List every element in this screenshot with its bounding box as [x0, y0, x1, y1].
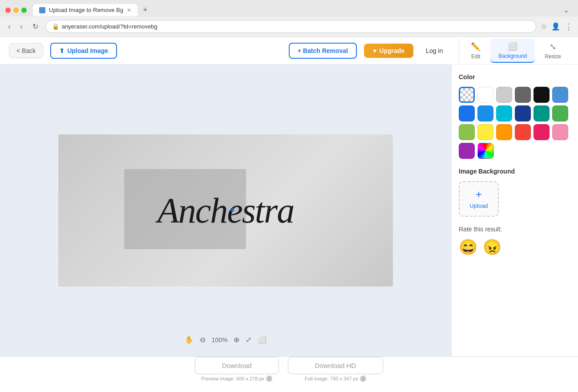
background-icon: ⬜ [508, 41, 517, 51]
new-tab-button[interactable]: + [139, 4, 151, 16]
tab-background[interactable]: ⬜ Background [490, 39, 535, 63]
color-swatch-black[interactable] [534, 87, 550, 103]
download-standard: Download Preview image: 600 x 278 px i [195, 357, 279, 382]
info-hd-icon: i [360, 376, 366, 382]
main-layout: Anchestra ✦ ✋ ⊖ 100% ⊕ ⤢ ⬜ Color [0, 65, 578, 356]
download-hd-button[interactable]: Download HD [288, 357, 384, 374]
address-bar: ‹ › ↻ 🔒 anyeraser.com/upload/?td=removeb… [0, 16, 578, 36]
color-swatch-light-gray[interactable] [496, 87, 512, 103]
color-swatch-orange[interactable] [496, 124, 512, 140]
tab-resize-label: Resize [545, 53, 561, 60]
fit-screen-button[interactable]: ⤢ [246, 335, 251, 344]
download-section: Download Preview image: 600 x 278 px i D… [9, 357, 569, 382]
back-button[interactable]: < Back [9, 43, 43, 58]
tab-title: Upload Image to Remove Bg [49, 7, 123, 13]
reload-button[interactable]: ↻ [30, 20, 41, 32]
tab-edit[interactable]: ✏️ Edit [463, 39, 489, 62]
bottom-bar: Download Preview image: 600 x 278 px i D… [0, 356, 578, 382]
browser-chrome: Upload Image to Remove Bg ✕ + ⌄ ‹ › ↻ 🔒 … [0, 0, 578, 37]
emoji-row: 😄 😠 [459, 238, 571, 256]
color-section-title: Color [459, 73, 571, 81]
color-swatch-blue-light[interactable] [552, 87, 568, 103]
image-background: Anchestra ✦ [58, 134, 393, 287]
right-panel: Color Image Background [451, 65, 578, 356]
upload-bg-plus-icon: + [476, 189, 482, 200]
close-dot[interactable] [5, 8, 11, 13]
browser-menu-button[interactable]: ⋮ [565, 22, 573, 32]
download-hd: Download HD Full image: 750 x 347 px i [288, 357, 384, 382]
info-icon: i [266, 376, 272, 382]
zoom-level: 100% [212, 336, 228, 344]
tab-favicon [39, 7, 45, 13]
profile-button[interactable]: 👤 [551, 22, 560, 31]
image-container[interactable]: Anchestra ✦ [58, 134, 393, 287]
tab-background-label: Background [498, 53, 527, 59]
rate-title: Rate this result: [459, 226, 571, 233]
edit-icon: ✏️ [471, 42, 481, 52]
heart-icon: ♥ [373, 47, 376, 54]
color-swatch-white[interactable] [477, 87, 493, 103]
color-swatch-blue[interactable] [459, 105, 475, 121]
tab-edit-label: Edit [471, 53, 481, 60]
color-swatch-green[interactable] [552, 105, 568, 121]
color-swatch-dark-gray[interactable] [515, 87, 531, 103]
upgrade-button[interactable]: ♥ Upgrade [364, 44, 413, 58]
address-text: anyeraser.com/upload/?td=removebg [62, 23, 158, 30]
full-info: Full image: 750 x 347 px i [305, 376, 366, 382]
login-button[interactable]: Log in [420, 44, 448, 58]
forward-nav-button[interactable]: › [17, 21, 25, 32]
download-button[interactable]: Download [195, 357, 279, 374]
pan-tool-button[interactable]: ✋ [185, 335, 194, 344]
image-bg-title: Image Background [459, 168, 571, 175]
happy-emoji-button[interactable]: 😄 [459, 238, 477, 256]
color-swatch-red[interactable] [515, 124, 531, 140]
angry-emoji-button[interactable]: 😠 [483, 238, 501, 256]
color-swatch-pink-red[interactable] [534, 124, 550, 140]
loading-cursor: ✦ [229, 206, 236, 215]
panel-tabs: ✏️ Edit ⬜ Background ⤡ Resize [459, 39, 569, 63]
color-swatch-rainbow[interactable] [477, 143, 493, 159]
tab-close-button[interactable]: ✕ [127, 7, 131, 13]
batch-removal-button[interactable]: + Batch Removal [289, 43, 357, 59]
color-swatch-navy[interactable] [515, 105, 531, 121]
upload-image-button[interactable]: ⬆ Upload Image [50, 43, 117, 59]
upload-bg-label: Upload [469, 202, 488, 209]
zoom-in-button[interactable]: ⊕ [234, 335, 239, 344]
tab-bar: Upload Image to Remove Bg ✕ + ⌄ [0, 0, 578, 16]
minimize-dot[interactable] [13, 8, 19, 13]
color-grid [459, 87, 571, 159]
color-swatch-yellow[interactable] [477, 124, 493, 140]
color-swatch-blue2[interactable] [477, 105, 493, 121]
address-input[interactable]: 🔒 anyeraser.com/upload/?td=removebg [45, 20, 536, 33]
back-nav-button[interactable]: ‹ [5, 21, 13, 32]
active-tab[interactable]: Upload Image to Remove Bg ✕ [33, 4, 137, 16]
upload-icon: ⬆ [59, 47, 65, 54]
signature-image: Anchestra [58, 190, 393, 231]
color-swatch-purple[interactable] [459, 143, 475, 159]
canvas-area: Anchestra ✦ ✋ ⊖ 100% ⊕ ⤢ ⬜ [0, 65, 451, 356]
window-controls [5, 8, 27, 13]
bookmark-button[interactable]: ☆ [541, 22, 547, 31]
color-swatch-yellow-green[interactable] [459, 124, 475, 140]
split-view-button[interactable]: ⬜ [258, 335, 267, 344]
upload-background-button[interactable]: + Upload [459, 181, 499, 217]
color-swatch-cyan[interactable] [496, 105, 512, 121]
color-swatch-pink[interactable] [552, 124, 568, 140]
tab-resize[interactable]: ⤡ Resize [537, 39, 569, 62]
color-swatch-transparent[interactable] [459, 87, 475, 103]
color-swatch-teal[interactable] [534, 105, 550, 121]
resize-icon: ⤡ [550, 42, 556, 52]
zoom-controls: ✋ ⊖ 100% ⊕ ⤢ ⬜ [185, 335, 267, 344]
preview-info: Preview image: 600 x 278 px i [202, 376, 272, 382]
app-header: < Back ⬆ Upload Image + Batch Removal ♥ … [0, 37, 578, 65]
tab-list-button[interactable]: ⌄ [560, 4, 573, 16]
zoom-out-button[interactable]: ⊖ [200, 335, 206, 344]
maximize-dot[interactable] [21, 8, 27, 13]
